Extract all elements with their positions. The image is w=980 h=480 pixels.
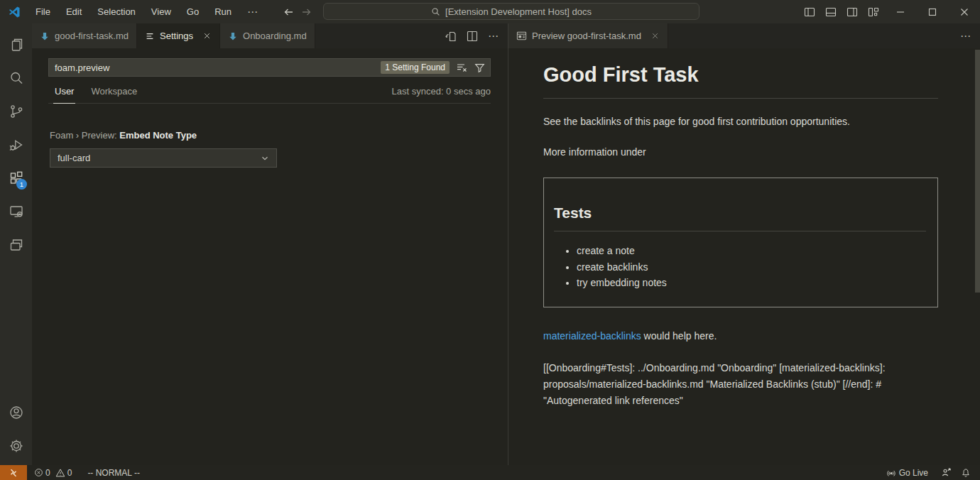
scope-tab-workspace[interactable]: Workspace bbox=[89, 86, 138, 103]
split-editor-icon[interactable] bbox=[467, 31, 478, 42]
preview-title: Good First Task bbox=[543, 60, 938, 99]
settings-editor-icon bbox=[145, 31, 155, 41]
settings-editor: 1 Setting Found User Workspace Last sync… bbox=[32, 48, 508, 168]
live-share-icon[interactable] bbox=[941, 467, 952, 478]
preview-paragraph: More information under bbox=[543, 145, 938, 160]
open-settings-json-icon[interactable] bbox=[445, 31, 457, 42]
embed-note-type-dropdown[interactable]: full-card bbox=[50, 148, 277, 168]
setting-name: Embed Note Type bbox=[119, 130, 197, 141]
tab-label: good-first-task.md bbox=[55, 31, 129, 41]
vscode-logo-icon bbox=[8, 6, 21, 18]
embed-checklist: create a note create backlinks try embed… bbox=[554, 243, 926, 291]
menu-file[interactable]: File bbox=[28, 3, 58, 21]
back-arrow-icon[interactable] bbox=[283, 6, 294, 18]
command-center-text: [Extension Development Host] docs bbox=[445, 6, 592, 17]
markdown-file-icon bbox=[40, 31, 50, 41]
remote-explorer-icon[interactable] bbox=[0, 195, 32, 228]
go-live-label: Go Live bbox=[899, 468, 928, 478]
close-tab-icon[interactable] bbox=[202, 31, 212, 40]
tab-preview-good-first-task[interactable]: Preview good-first-task.md bbox=[508, 23, 668, 48]
close-tab-icon[interactable] bbox=[650, 31, 660, 40]
more-actions-icon[interactable]: ⋯ bbox=[960, 30, 971, 43]
settings-result-count-badge: 1 Setting Found bbox=[381, 61, 450, 74]
dropdown-value: full-card bbox=[58, 153, 90, 163]
workbench: 1 good-first-task bbox=[0, 23, 980, 465]
editor-group-right: Preview good-first-task.md ⋯ Good First … bbox=[508, 23, 980, 465]
preview-scrollbar[interactable] bbox=[975, 50, 980, 293]
settings-search-actions bbox=[456, 62, 485, 73]
menu-view[interactable]: View bbox=[143, 3, 179, 21]
setting-breadcrumb: Foam › Preview: bbox=[50, 130, 119, 141]
title-bar: File Edit Selection View Go Run ⋯ [Exten… bbox=[0, 0, 980, 23]
forward-arrow-icon[interactable] bbox=[301, 6, 312, 18]
more-actions-icon[interactable]: ⋯ bbox=[488, 30, 499, 43]
status-bar-right: Go Live bbox=[883, 465, 980, 480]
activity-bar: 1 bbox=[0, 23, 32, 465]
extensions-icon[interactable]: 1 bbox=[0, 161, 32, 195]
left-tab-bar: good-first-task.md Settings Onboarding. bbox=[32, 23, 508, 48]
settings-search-input[interactable] bbox=[55, 62, 381, 73]
notifications-bell-icon[interactable] bbox=[961, 468, 971, 478]
chevron-down-icon bbox=[260, 153, 270, 163]
menu-go[interactable]: Go bbox=[179, 3, 207, 21]
scope-tab-user[interactable]: User bbox=[53, 86, 75, 104]
accounts-icon[interactable] bbox=[0, 396, 32, 429]
right-tab-bar: Preview good-first-task.md ⋯ bbox=[508, 23, 980, 48]
maximize-button[interactable] bbox=[916, 0, 948, 23]
go-live-button[interactable]: Go Live bbox=[883, 465, 932, 480]
setting-embed-note-type: Foam › Preview: Embed Note Type full-car… bbox=[48, 130, 491, 168]
setting-title: Foam › Preview: Embed Note Type bbox=[50, 130, 491, 141]
embedded-note-card: Tests create a note create backlinks try… bbox=[543, 178, 938, 307]
toggle-secondary-sidebar-icon[interactable] bbox=[842, 0, 863, 23]
history-nav bbox=[283, 0, 312, 23]
menu-bar: File Edit Selection View Go Run ⋯ bbox=[28, 2, 266, 22]
clear-search-filters-icon[interactable] bbox=[456, 62, 467, 73]
last-synced-status: Last synced: 0 secs ago bbox=[392, 86, 491, 103]
run-debug-icon[interactable] bbox=[0, 128, 32, 161]
menu-run[interactable]: Run bbox=[207, 3, 239, 21]
list-item: try embedding notes bbox=[577, 275, 926, 291]
source-control-icon[interactable] bbox=[0, 94, 32, 128]
right-editor-actions: ⋯ bbox=[960, 23, 980, 48]
toggle-sidebar-icon[interactable] bbox=[799, 0, 820, 23]
warning-icon bbox=[55, 468, 65, 478]
remote-indicator[interactable] bbox=[0, 465, 27, 480]
close-window-button[interactable] bbox=[948, 0, 980, 23]
vim-mode-indicator[interactable]: -- NORMAL -- bbox=[84, 465, 143, 480]
toggle-panel-icon[interactable] bbox=[820, 0, 842, 23]
menu-edit[interactable]: Edit bbox=[58, 3, 89, 21]
problems-status[interactable]: 0 0 bbox=[31, 465, 75, 480]
link-suffix-text: would help here. bbox=[641, 330, 717, 342]
menu-more-icon[interactable]: ⋯ bbox=[239, 2, 266, 22]
left-editor-actions: ⋯ bbox=[445, 23, 508, 48]
editor-group-left: good-first-task.md Settings Onboarding. bbox=[32, 23, 508, 465]
preview-paragraph: See the backlinks of this page for good … bbox=[543, 114, 938, 129]
settings-scope-tabs: User Workspace Last synced: 0 secs ago bbox=[48, 86, 491, 104]
warning-count: 0 bbox=[67, 468, 72, 478]
embed-title: Tests bbox=[554, 202, 926, 232]
vscode-window: File Edit Selection View Go Run ⋯ [Exten… bbox=[0, 0, 980, 480]
filter-funnel-icon[interactable] bbox=[474, 62, 485, 73]
windows-stack-icon[interactable] bbox=[0, 228, 32, 261]
command-center-search[interactable]: [Extension Development Host] docs bbox=[323, 3, 699, 20]
list-item: create backlinks bbox=[577, 259, 926, 276]
error-count: 0 bbox=[45, 468, 50, 478]
menu-selection[interactable]: Selection bbox=[89, 3, 143, 21]
tab-settings[interactable]: Settings bbox=[137, 23, 220, 48]
preview-paragraph: materialized-backlinks would help here. bbox=[543, 329, 938, 344]
extensions-badge: 1 bbox=[16, 179, 27, 190]
minimize-button[interactable] bbox=[884, 0, 916, 23]
tab-label: Settings bbox=[160, 31, 193, 41]
customize-layout-icon[interactable] bbox=[863, 0, 884, 23]
error-icon bbox=[34, 468, 43, 477]
materialized-backlinks-link[interactable]: materialized-backlinks bbox=[543, 330, 641, 342]
search-sidebar-icon[interactable] bbox=[0, 61, 32, 94]
explorer-icon[interactable] bbox=[0, 28, 32, 61]
tab-good-first-task[interactable]: good-first-task.md bbox=[32, 23, 137, 48]
status-bar: 0 0 -- NORMAL -- Go Live bbox=[0, 465, 980, 480]
settings-gear-icon[interactable] bbox=[0, 429, 32, 462]
search-icon bbox=[431, 7, 440, 16]
list-item: create a note bbox=[577, 243, 926, 259]
link-references-text: [[Onboarding#Tests]: ../Onboarding.md "O… bbox=[543, 360, 938, 409]
tab-onboarding[interactable]: Onboarding.md bbox=[220, 23, 315, 48]
